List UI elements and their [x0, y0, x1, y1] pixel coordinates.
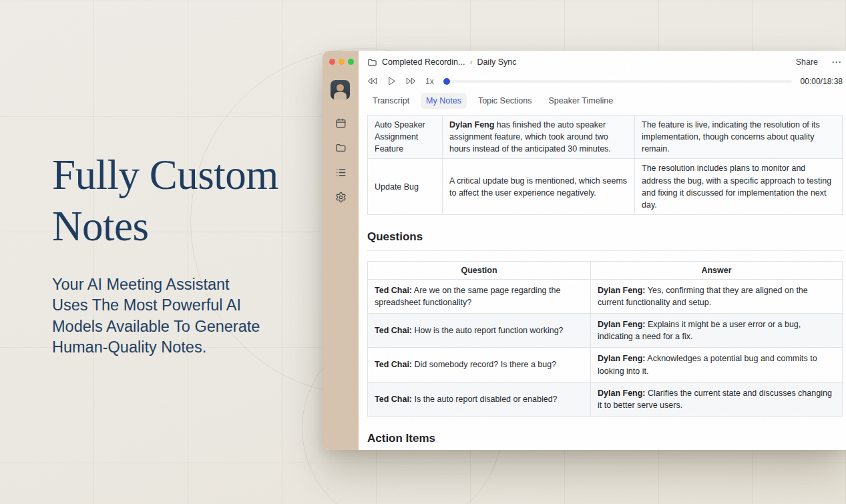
- tab-transcript[interactable]: Transcript: [367, 93, 415, 109]
- progress-bar[interactable]: [445, 80, 792, 83]
- progress-knob[interactable]: [443, 78, 450, 85]
- speaker-name: Dylan Feng:: [598, 389, 646, 398]
- hero-subtitle-line: Your AI Meeting Assistant: [52, 274, 312, 295]
- rewind-icon[interactable]: [367, 76, 377, 86]
- breadcrumb: Completed Recordin... › Daily Sync: [367, 57, 516, 67]
- table-row: Ted Chai: Are we on the same page regard…: [368, 279, 843, 313]
- list-icon[interactable]: [335, 167, 347, 178]
- breadcrumb-separator: ›: [469, 57, 472, 67]
- more-menu-button[interactable]: ⋯: [831, 56, 841, 68]
- detail-cell: Dylan Feng has finished the auto speaker…: [443, 115, 635, 159]
- sidebar: [323, 51, 359, 450]
- gear-icon[interactable]: [335, 192, 347, 203]
- hero-section: Fully Custom Notes Your AI Meeting Assis…: [52, 150, 312, 358]
- avatar[interactable]: [331, 80, 350, 99]
- speaker-name: Dylan Feng:: [598, 354, 646, 363]
- hero-subtitle-line: Human-Quality Notes.: [52, 337, 312, 358]
- detail-cell: A critical update bug is mentioned, whic…: [443, 159, 635, 215]
- divider: [367, 250, 843, 251]
- window-controls: [329, 59, 354, 65]
- action-items-heading: Action Items: [367, 432, 843, 445]
- table-header-row: Question Answer: [368, 261, 843, 279]
- folder-icon[interactable]: [335, 142, 347, 154]
- question-cell: Ted Chai: Did somebody record? Is there …: [368, 348, 591, 382]
- question-column-header: Question: [368, 261, 591, 279]
- answer-cell: Dylan Feng: Yes, confirming that they ar…: [591, 279, 843, 313]
- table-row: Ted Chai: How is the auto report functio…: [368, 314, 843, 348]
- playback-speed[interactable]: 1x: [425, 77, 434, 86]
- answer-cell: Dylan Feng: Acknowledges a potential bug…: [591, 348, 843, 382]
- answer-cell: Dylan Feng: Explains it might be a user …: [591, 314, 843, 348]
- hero-subtitle: Your AI Meeting Assistant Uses The Most …: [52, 274, 312, 358]
- hero-title: Fully Custom Notes: [52, 150, 312, 253]
- speaker-name: Dylan Feng: [449, 120, 494, 130]
- table-row: Update Bug A critical update bug is ment…: [368, 159, 843, 215]
- share-button[interactable]: Share: [796, 57, 818, 67]
- playback-time: 00:00/18:38: [801, 77, 843, 86]
- hero-title-line: Notes: [52, 201, 312, 252]
- outcome-cell: The resolution includes plans to monitor…: [635, 159, 843, 215]
- question-text: Did somebody record? Is there a bug?: [412, 360, 556, 369]
- answer-column-header: Answer: [591, 261, 843, 279]
- calendar-icon[interactable]: [335, 117, 347, 129]
- folder-icon: [367, 57, 377, 67]
- speaker-name: Dylan Feng:: [598, 286, 646, 295]
- main-content: Completed Recordin... › Daily Sync Share…: [359, 51, 846, 450]
- questions-heading: Questions: [367, 230, 843, 244]
- breadcrumb-current[interactable]: Daily Sync: [477, 57, 516, 67]
- speaker-name: Ted Chai:: [375, 326, 412, 335]
- table-row: Ted Chai: Is the auto report disabled or…: [368, 382, 843, 416]
- topic-cell: Update Bug: [368, 159, 443, 215]
- page: Fully Custom Notes Your AI Meeting Assis…: [0, 0, 846, 504]
- notes-table: Auto Speaker Assignment Feature Dylan Fe…: [367, 115, 843, 215]
- answer-cell: Dylan Feng: Clarifies the current state …: [591, 382, 843, 416]
- topic-cell: Auto Speaker Assignment Feature: [368, 115, 443, 159]
- outcome-cell: The feature is live, indicating the reso…: [635, 115, 843, 159]
- detail-text: A critical update bug is mentioned, whic…: [449, 176, 627, 198]
- avatar-torso: [334, 92, 347, 99]
- speaker-name: Ted Chai:: [375, 286, 412, 295]
- fast-forward-icon[interactable]: [406, 76, 416, 86]
- avatar-head: [337, 84, 344, 91]
- tab-topic-sections[interactable]: Topic Sections: [473, 93, 538, 109]
- tab-my-notes[interactable]: My Notes: [421, 93, 467, 109]
- question-text: How is the auto report function working?: [412, 326, 564, 335]
- hero-subtitle-line: Models Available To Generate: [52, 316, 312, 337]
- tab-speaker-timeline[interactable]: Speaker Timeline: [544, 93, 619, 109]
- breadcrumb-folder[interactable]: Completed Recordin...: [382, 57, 465, 67]
- player-controls: 1x 00:00/18:38: [367, 76, 843, 86]
- tab-bar: Transcript My Notes Topic Sections Speak…: [367, 93, 843, 109]
- question-cell: Ted Chai: How is the auto report functio…: [368, 314, 591, 348]
- table-row: Ted Chai: Did somebody record? Is there …: [368, 348, 843, 382]
- question-cell: Ted Chai: Are we on the same page regard…: [368, 279, 591, 313]
- speaker-name: Ted Chai:: [375, 360, 412, 369]
- close-button[interactable]: [329, 59, 335, 65]
- zoom-button[interactable]: [348, 59, 354, 65]
- table-row: Auto Speaker Assignment Feature Dylan Fe…: [368, 115, 843, 159]
- speaker-name: Ted Chai:: [375, 395, 412, 404]
- question-text: Is the auto report disabled or enabled?: [412, 395, 558, 404]
- sidebar-nav: [323, 117, 359, 203]
- play-icon[interactable]: [387, 76, 397, 86]
- hero-subtitle-line: Uses The Most Powerful AI: [52, 295, 312, 316]
- header-row: Completed Recordin... › Daily Sync Share…: [367, 56, 843, 68]
- speaker-name: Dylan Feng:: [598, 320, 646, 329]
- question-cell: Ted Chai: Is the auto report disabled or…: [368, 382, 591, 416]
- questions-table: Question Answer Ted Chai: Are we on the …: [367, 261, 843, 417]
- hero-title-line: Fully Custom: [52, 150, 312, 201]
- minimize-button[interactable]: [339, 59, 345, 65]
- app-window: Completed Recordin... › Daily Sync Share…: [323, 51, 846, 450]
